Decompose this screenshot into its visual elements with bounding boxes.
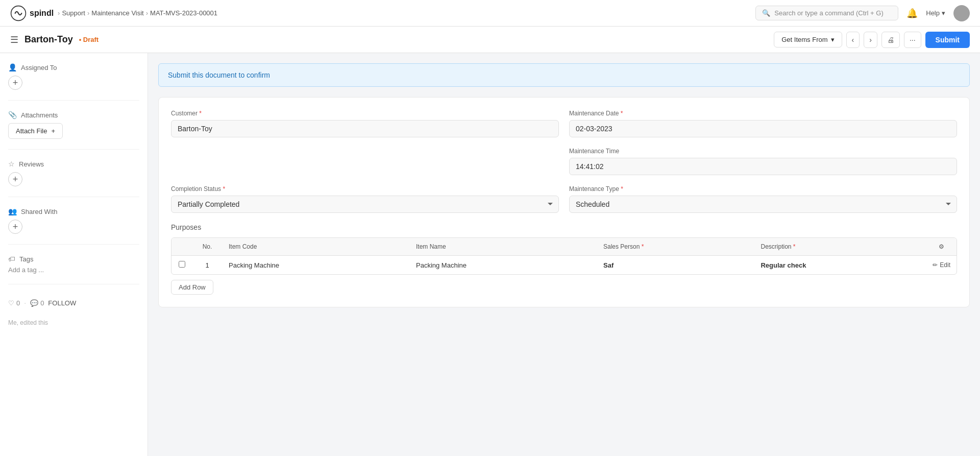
divider-1 xyxy=(8,100,139,101)
shared-with-label: Shared With xyxy=(21,208,58,215)
customer-field-group: Customer * xyxy=(171,110,559,137)
breadcrumb-sep-2: › xyxy=(87,9,89,17)
add-review-button[interactable]: + xyxy=(8,172,22,186)
row-no: 1 xyxy=(205,261,209,269)
reviews-icon: ☆ xyxy=(8,160,15,168)
empty-left-group xyxy=(171,148,559,175)
shared-with-header: 👥 Shared With xyxy=(8,207,139,215)
maintenance-time-input[interactable] xyxy=(569,158,957,175)
form-card: Customer * Maintenance Date * xyxy=(158,97,970,307)
breadcrumb-doc-id[interactable]: MAT-MVS-2023-00001 xyxy=(150,9,217,17)
prev-record-button[interactable]: ‹ xyxy=(846,32,860,48)
row-sales-person-cell: Saf xyxy=(597,256,754,275)
customer-required: * xyxy=(199,110,202,117)
divider-3 xyxy=(8,197,139,197)
get-items-from-button[interactable]: Get Items From ▾ xyxy=(774,32,842,47)
footer-actions: ♡ 0 · 💬 0 FOLLOW xyxy=(8,299,139,307)
completion-status-required: * xyxy=(223,185,225,193)
logo[interactable]: spindl xyxy=(10,5,54,21)
nav-left: spindl › Support › Maintenance Visit › M… xyxy=(10,5,217,21)
add-row-button[interactable]: Add Row xyxy=(171,280,213,295)
likes-count: 0 xyxy=(16,299,20,307)
next-record-button[interactable]: › xyxy=(864,32,877,48)
attachments-section: 📎 Attachments Attach File + xyxy=(8,111,139,139)
row-edit-button[interactable]: ✏ Edit xyxy=(933,261,950,269)
assigned-to-icon: 👤 xyxy=(8,63,17,71)
main-layout: 👤 Assigned To + 📎 Attachments Attach Fil… xyxy=(0,53,980,456)
alert-banner: Submit this document to confirm xyxy=(158,63,970,87)
sub-header-left: ☰ Barton-Toy • Draft xyxy=(10,34,99,45)
row-checkbox[interactable] xyxy=(179,261,185,268)
breadcrumb-maintenance-visit[interactable]: Maintenance Visit xyxy=(91,9,143,17)
edit-label: Edit xyxy=(940,261,950,269)
reviews-section: ☆ Reviews + xyxy=(8,160,139,186)
dot-separator: · xyxy=(24,299,26,307)
help-button[interactable]: Help ▾ xyxy=(926,9,945,17)
breadcrumb: › Support › Maintenance Visit › MAT-MVS-… xyxy=(58,9,217,17)
maintenance-date-label: Maintenance Date * xyxy=(569,110,957,117)
tags-label: Tags xyxy=(19,255,33,263)
shared-with-icon: 👥 xyxy=(8,207,17,215)
attach-file-button[interactable]: Attach File + xyxy=(8,123,63,139)
maintenance-time-label: Maintenance Time xyxy=(569,148,957,155)
draft-badge: • Draft xyxy=(79,36,99,43)
customer-label: Customer * xyxy=(171,110,559,117)
pencil-icon: ✏ xyxy=(933,261,938,269)
divider-2 xyxy=(8,149,139,150)
sub-header: ☰ Barton-Toy • Draft Get Items From ▾ ‹ … xyxy=(0,27,980,53)
completion-status-select[interactable]: Partially Completed Completed Not Comple… xyxy=(171,196,559,213)
customer-input[interactable] xyxy=(171,120,559,137)
notification-bell-button[interactable]: 🔔 xyxy=(906,8,918,19)
table-gear-icon[interactable]: ⚙ xyxy=(939,243,944,250)
tags-section: 🏷 Tags Add a tag ... xyxy=(8,255,139,274)
comment-icon: 💬 xyxy=(30,299,38,307)
maintenance-type-select[interactable]: Scheduled Unscheduled xyxy=(569,196,957,213)
hamburger-menu-button[interactable]: ☰ xyxy=(10,34,18,45)
avatar[interactable] xyxy=(953,5,970,21)
maintenance-type-field-group: Maintenance Type * Scheduled Unscheduled xyxy=(569,185,957,213)
form-row-2: Maintenance Time xyxy=(171,148,957,175)
comment-button[interactable]: 💬 0 xyxy=(30,299,44,307)
sub-header-right: Get Items From ▾ ‹ › 🖨 ··· Submit xyxy=(774,32,970,48)
last-modified-text: Me, edited this xyxy=(8,319,139,326)
row-item-code-cell: Packing Machine xyxy=(223,256,410,275)
divider-5 xyxy=(8,284,139,284)
add-assigned-to-button[interactable]: + xyxy=(8,76,22,90)
search-placeholder: Search or type a command (Ctrl + G) xyxy=(774,9,884,17)
row-item-name: Packing Machine xyxy=(416,261,467,269)
submit-button[interactable]: Submit xyxy=(925,32,970,48)
search-bar[interactable]: 🔍 Search or type a command (Ctrl + G) xyxy=(755,6,898,20)
shared-with-section: 👥 Shared With + xyxy=(8,207,139,234)
logo-text: spindl xyxy=(30,9,54,18)
breadcrumb-sep-1: › xyxy=(58,9,60,17)
maintenance-date-input[interactable] xyxy=(569,120,957,137)
attachments-label: Attachments xyxy=(21,111,58,119)
assigned-to-header: 👤 Assigned To xyxy=(8,63,139,71)
breadcrumb-support[interactable]: Support xyxy=(62,9,85,17)
main-content: Submit this document to confirm Customer… xyxy=(148,53,980,456)
table-header-row: No. Item Code Item Name Sales Person * D… xyxy=(172,238,957,256)
divider-4 xyxy=(8,244,139,245)
col-no: No. xyxy=(192,238,223,256)
attachments-header: 📎 Attachments xyxy=(8,111,139,119)
more-options-button[interactable]: ··· xyxy=(904,32,921,48)
maintenance-date-required: * xyxy=(621,110,623,117)
form-row-1: Customer * Maintenance Date * xyxy=(171,110,957,137)
add-tag-link[interactable]: Add a tag ... xyxy=(8,266,139,274)
completion-status-field-group: Completion Status * Partially Completed … xyxy=(171,185,559,213)
print-button[interactable]: 🖨 xyxy=(881,32,900,48)
add-shared-with-button[interactable]: + xyxy=(8,220,22,234)
like-button[interactable]: ♡ 0 xyxy=(8,299,20,307)
comments-count: 0 xyxy=(40,299,44,307)
maintenance-date-field-group: Maintenance Date * xyxy=(569,110,957,137)
row-item-code: Packing Machine xyxy=(229,261,279,269)
col-item-name: Item Name xyxy=(410,238,597,256)
row-checkbox-cell xyxy=(172,256,192,275)
row-sales-person: Saf xyxy=(603,261,614,269)
col-item-code: Item Code xyxy=(223,238,410,256)
completion-status-label: Completion Status * xyxy=(171,185,559,193)
follow-button[interactable]: FOLLOW xyxy=(48,299,76,307)
tags-icon: 🏷 xyxy=(8,255,15,263)
row-item-name-cell: Packing Machine xyxy=(410,256,597,275)
logo-icon xyxy=(10,5,27,21)
